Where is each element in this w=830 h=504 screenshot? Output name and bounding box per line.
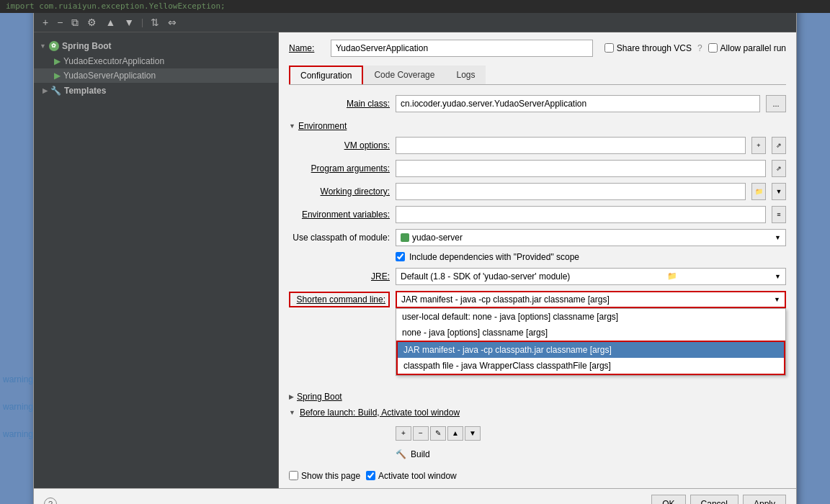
activate-checkbox-label[interactable]: Activate tool window bbox=[366, 471, 457, 481]
share-label: Share through VCS bbox=[617, 43, 692, 53]
run-debug-dialog: ▶ Run/Debug Configurations × + − ⧉ ⚙ ▲ ▼… bbox=[33, 0, 797, 504]
include-deps-row: Include dependencies with "Provided" sco… bbox=[289, 252, 786, 262]
module-arrow: ▼ bbox=[775, 234, 781, 241]
vm-options-label: VM options: bbox=[289, 140, 390, 150]
launch-remove-btn[interactable]: − bbox=[413, 426, 429, 441]
up-button[interactable]: ▲ bbox=[102, 16, 118, 29]
program-args-input[interactable] bbox=[396, 160, 766, 177]
module-select[interactable]: yudao-server ▼ bbox=[396, 229, 786, 246]
spring-boot-icon: ✿ bbox=[49, 41, 59, 51]
tab-configuration[interactable]: Configuration bbox=[289, 66, 363, 84]
main-class-input[interactable] bbox=[396, 95, 760, 112]
down-button[interactable]: ▼ bbox=[121, 16, 137, 29]
launch-add-btn[interactable]: + bbox=[396, 426, 411, 441]
dropdown-item-1[interactable]: none - java [options] classname [args] bbox=[396, 325, 785, 341]
tabs-row: Configuration Code Coverage Logs bbox=[289, 66, 786, 85]
env-vars-label: Environment variables: bbox=[289, 210, 390, 220]
dialog-body: ▼ ✿ Spring Boot ▶ YudaoExecutorApplicati… bbox=[34, 32, 796, 488]
environment-toggle[interactable]: ▼ bbox=[289, 122, 295, 130]
working-dir-input[interactable] bbox=[396, 183, 746, 200]
dropdown-item-2[interactable]: JAR manifest - java -cp classpath.jar cl… bbox=[398, 342, 784, 358]
share-checkbox[interactable] bbox=[604, 43, 614, 53]
activate-checkbox[interactable] bbox=[366, 471, 375, 480]
jre-value: Default (1.8 - SDK of 'yudao-server' mod… bbox=[401, 271, 570, 282]
templates-group[interactable]: ▶ 🔧 Templates bbox=[34, 83, 278, 99]
module-value: yudao-server bbox=[412, 233, 463, 243]
warning-link-3[interactable]: warning bbox=[3, 429, 33, 439]
build-icon: 🔨 bbox=[396, 449, 406, 459]
program-args-expand[interactable]: ⇗ bbox=[772, 160, 786, 177]
launch-up-btn[interactable]: ▲ bbox=[447, 426, 463, 441]
working-dir-folder[interactable]: 📁 bbox=[751, 183, 766, 200]
show-page-row: Show this page Activate tool window bbox=[289, 471, 786, 481]
server-label: YudaoServerApplication bbox=[63, 71, 156, 81]
jre-select[interactable]: Default (1.8 - SDK of 'yudao-server' mod… bbox=[396, 268, 786, 285]
before-launch-header: ▼ Before launch: Build, Activate tool wi… bbox=[289, 408, 786, 418]
shorten-select[interactable]: JAR manifest - java -cp classpath.jar cl… bbox=[396, 291, 786, 308]
dropdown-item-3[interactable]: classpath file - java WrapperClass class… bbox=[398, 358, 784, 374]
warning-link-1[interactable]: warning bbox=[3, 374, 33, 384]
vm-options-input[interactable] bbox=[396, 137, 746, 154]
copy-config-button[interactable]: ⧉ bbox=[68, 16, 81, 29]
apply-button[interactable]: Apply bbox=[743, 495, 786, 505]
add-config-button[interactable]: + bbox=[40, 16, 51, 29]
working-dir-label: Working directory: bbox=[289, 186, 390, 197]
env-vars-row: Environment variables: ≡ bbox=[289, 206, 786, 223]
show-page-checkbox[interactable] bbox=[289, 471, 298, 480]
jre-arrow: ▼ bbox=[775, 273, 781, 280]
ok-button[interactable]: OK bbox=[651, 495, 685, 505]
warning-link-2[interactable]: warning bbox=[3, 402, 33, 412]
module-icon bbox=[401, 233, 409, 242]
tab-code-coverage[interactable]: Code Coverage bbox=[363, 66, 445, 84]
before-launch-toggle[interactable]: ▼ bbox=[289, 409, 295, 416]
spring-boot-section: ▶ Spring Boot bbox=[289, 392, 786, 402]
vm-options-expand2[interactable]: ⇗ bbox=[772, 137, 786, 154]
shorten-dropdown: user-local default: none - java [options… bbox=[396, 308, 786, 376]
environment-title: Environment bbox=[298, 121, 347, 131]
expand-button[interactable]: ⇔ bbox=[165, 16, 179, 29]
main-class-browse-button[interactable]: ... bbox=[766, 95, 786, 112]
name-row: Name: Share through VCS ? Allow parallel… bbox=[289, 40, 786, 57]
dropdown-item-0[interactable]: user-local default: none - java [options… bbox=[396, 309, 785, 325]
dialog-toolbar: + − ⧉ ⚙ ▲ ▼ | ⇅ ⇔ bbox=[34, 13, 796, 32]
env-vars-input[interactable] bbox=[396, 206, 766, 223]
shorten-row: Shorten command line: JAR manifest - jav… bbox=[289, 291, 786, 308]
working-dir-expand[interactable]: ▼ bbox=[772, 183, 786, 200]
server-item[interactable]: ▶ YudaoServerApplication bbox=[34, 68, 278, 83]
spring-boot-section-toggle[interactable]: ▶ bbox=[289, 393, 294, 400]
tab-logs[interactable]: Logs bbox=[445, 66, 486, 84]
launch-edit-btn[interactable]: ✎ bbox=[430, 426, 446, 441]
spring-boot-section-title: Spring Boot bbox=[297, 392, 342, 402]
build-label: Build bbox=[411, 449, 430, 459]
name-label: Name: bbox=[289, 43, 325, 53]
share-help-icon: ? bbox=[697, 43, 702, 53]
vm-options-row: VM options: + ⇗ bbox=[289, 137, 786, 154]
left-tree-panel: ▼ ✿ Spring Boot ▶ YudaoExecutorApplicati… bbox=[34, 32, 279, 488]
parallel-checkbox[interactable] bbox=[708, 43, 718, 53]
include-deps-label: Include dependencies with "Provided" sco… bbox=[409, 252, 579, 262]
share-checkbox-label[interactable]: Share through VCS bbox=[604, 43, 692, 53]
settings-button[interactable]: ⚙ bbox=[84, 16, 99, 29]
server-run-icon: ▶ bbox=[54, 71, 61, 81]
templates-label: Templates bbox=[64, 86, 106, 96]
help-button[interactable]: ? bbox=[44, 498, 57, 505]
build-row: 🔨 Build bbox=[289, 449, 786, 459]
templates-folder-icon: 🔧 bbox=[50, 86, 61, 96]
executor-label: YudaoExecutorApplication bbox=[63, 56, 164, 66]
cancel-button[interactable]: Cancel bbox=[690, 495, 738, 505]
dialog-footer: ? OK Cancel Apply bbox=[34, 488, 796, 505]
include-deps-checkbox[interactable] bbox=[396, 252, 405, 261]
launch-down-btn[interactable]: ▼ bbox=[465, 426, 481, 441]
program-args-row: Program arguments: ⇗ bbox=[289, 160, 786, 177]
executor-item[interactable]: ▶ YudaoExecutorApplication bbox=[34, 54, 278, 68]
remove-config-button[interactable]: − bbox=[54, 16, 66, 29]
parallel-checkbox-label[interactable]: Allow parallel run bbox=[708, 43, 786, 53]
main-class-label: Main class: bbox=[289, 99, 390, 109]
show-page-checkbox-label[interactable]: Show this page bbox=[289, 471, 360, 481]
name-input[interactable] bbox=[331, 40, 593, 57]
env-vars-edit[interactable]: ≡ bbox=[772, 206, 786, 223]
vm-options-expand[interactable]: + bbox=[751, 137, 766, 154]
spring-boot-group[interactable]: ▼ ✿ Spring Boot bbox=[34, 38, 278, 54]
sort-button[interactable]: ⇅ bbox=[148, 16, 162, 29]
launch-toolbar: + − ✎ ▲ ▼ bbox=[289, 426, 786, 441]
